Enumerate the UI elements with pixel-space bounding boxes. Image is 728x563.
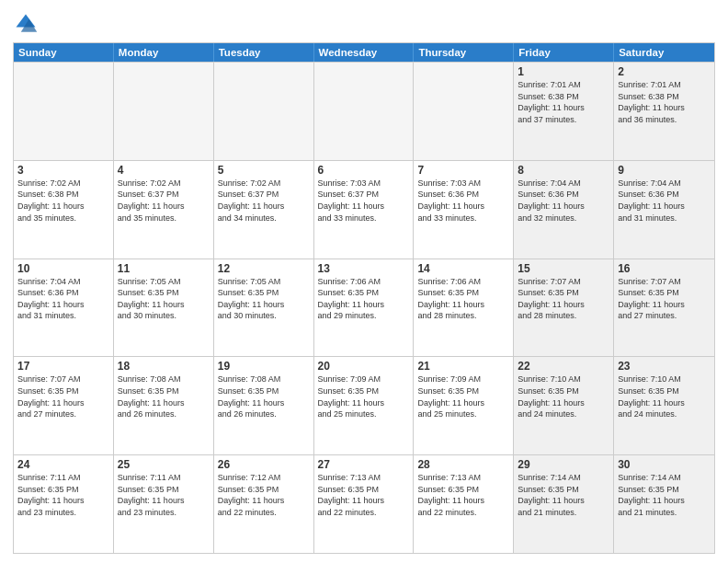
day-info: Sunrise: 7:08 AM Sunset: 6:35 PM Dayligh…	[118, 373, 210, 419]
calendar-row: 17Sunrise: 7:07 AM Sunset: 6:35 PM Dayli…	[14, 356, 714, 454]
day-number: 3	[17, 164, 109, 177]
day-number: 14	[417, 262, 509, 275]
day-info: Sunrise: 7:07 AM Sunset: 6:35 PM Dayligh…	[618, 276, 711, 322]
day-info: Sunrise: 7:13 AM Sunset: 6:35 PM Dayligh…	[417, 472, 509, 518]
day-info: Sunrise: 7:10 AM Sunset: 6:35 PM Dayligh…	[518, 373, 609, 419]
day-info: Sunrise: 7:10 AM Sunset: 6:35 PM Dayligh…	[618, 373, 711, 419]
day-number: 21	[417, 360, 509, 373]
calendar-cell: 12Sunrise: 7:05 AM Sunset: 6:35 PM Dayli…	[214, 259, 314, 357]
day-number: 9	[618, 164, 711, 177]
weekday-header: Friday	[514, 43, 614, 62]
calendar-cell: 11Sunrise: 7:05 AM Sunset: 6:35 PM Dayli…	[114, 259, 214, 357]
header	[13, 11, 715, 37]
day-number: 30	[618, 458, 711, 471]
day-number: 15	[518, 262, 609, 275]
day-number: 17	[17, 360, 109, 373]
day-info: Sunrise: 7:05 AM Sunset: 6:35 PM Dayligh…	[218, 276, 310, 322]
calendar-body: 1Sunrise: 7:01 AM Sunset: 6:38 PM Daylig…	[14, 62, 714, 553]
weekday-header: Sunday	[14, 43, 114, 62]
calendar-cell: 17Sunrise: 7:07 AM Sunset: 6:35 PM Dayli…	[14, 357, 114, 454]
day-number: 16	[618, 262, 711, 275]
day-number: 26	[218, 458, 310, 471]
calendar-cell: 10Sunrise: 7:04 AM Sunset: 6:36 PM Dayli…	[14, 259, 114, 357]
calendar-cell	[214, 63, 314, 160]
day-number: 10	[17, 262, 109, 275]
calendar-cell: 18Sunrise: 7:08 AM Sunset: 6:35 PM Dayli…	[114, 357, 214, 454]
day-info: Sunrise: 7:07 AM Sunset: 6:35 PM Dayligh…	[518, 276, 609, 322]
calendar-row: 10Sunrise: 7:04 AM Sunset: 6:36 PM Dayli…	[14, 259, 714, 357]
day-info: Sunrise: 7:06 AM Sunset: 6:35 PM Dayligh…	[417, 276, 509, 322]
calendar-cell: 13Sunrise: 7:06 AM Sunset: 6:35 PM Dayli…	[314, 259, 415, 357]
logo-icon	[13, 11, 39, 37]
calendar-cell: 5Sunrise: 7:02 AM Sunset: 6:37 PM Daylig…	[214, 161, 314, 259]
day-number: 7	[417, 164, 509, 177]
day-info: Sunrise: 7:06 AM Sunset: 6:35 PM Dayligh…	[318, 276, 410, 322]
day-info: Sunrise: 7:09 AM Sunset: 6:35 PM Dayligh…	[318, 373, 410, 419]
calendar-cell: 26Sunrise: 7:12 AM Sunset: 6:35 PM Dayli…	[214, 455, 314, 553]
day-number: 2	[618, 65, 711, 78]
day-number: 23	[618, 360, 711, 373]
calendar-row: 24Sunrise: 7:11 AM Sunset: 6:35 PM Dayli…	[14, 454, 714, 553]
day-info: Sunrise: 7:04 AM Sunset: 6:36 PM Dayligh…	[17, 276, 109, 322]
day-info: Sunrise: 7:14 AM Sunset: 6:35 PM Dayligh…	[618, 472, 711, 518]
weekday-header: Monday	[114, 43, 214, 62]
weekday-header: Wednesday	[314, 43, 415, 62]
day-info: Sunrise: 7:12 AM Sunset: 6:35 PM Dayligh…	[218, 472, 310, 518]
day-info: Sunrise: 7:01 AM Sunset: 6:38 PM Dayligh…	[618, 79, 711, 125]
day-info: Sunrise: 7:04 AM Sunset: 6:36 PM Dayligh…	[618, 178, 711, 224]
day-number: 5	[218, 164, 310, 177]
page: SundayMondayTuesdayWednesdayThursdayFrid…	[0, 0, 728, 563]
day-number: 12	[218, 262, 310, 275]
calendar-header: SundayMondayTuesdayWednesdayThursdayFrid…	[14, 43, 714, 62]
calendar-cell	[14, 63, 114, 160]
day-info: Sunrise: 7:02 AM Sunset: 6:38 PM Dayligh…	[17, 178, 109, 224]
day-info: Sunrise: 7:07 AM Sunset: 6:35 PM Dayligh…	[17, 373, 109, 419]
weekday-header: Saturday	[614, 43, 714, 62]
calendar-cell: 3Sunrise: 7:02 AM Sunset: 6:38 PM Daylig…	[14, 161, 114, 259]
day-number: 18	[118, 360, 210, 373]
day-info: Sunrise: 7:11 AM Sunset: 6:35 PM Dayligh…	[118, 472, 210, 518]
calendar-cell: 21Sunrise: 7:09 AM Sunset: 6:35 PM Dayli…	[414, 357, 514, 454]
day-info: Sunrise: 7:04 AM Sunset: 6:36 PM Dayligh…	[518, 178, 609, 224]
logo	[13, 11, 42, 37]
day-number: 20	[318, 360, 410, 373]
calendar-cell: 28Sunrise: 7:13 AM Sunset: 6:35 PM Dayli…	[414, 455, 514, 553]
day-number: 13	[318, 262, 410, 275]
calendar-cell: 22Sunrise: 7:10 AM Sunset: 6:35 PM Dayli…	[514, 357, 614, 454]
day-info: Sunrise: 7:13 AM Sunset: 6:35 PM Dayligh…	[318, 472, 410, 518]
weekday-header: Tuesday	[214, 43, 314, 62]
calendar-cell: 23Sunrise: 7:10 AM Sunset: 6:35 PM Dayli…	[614, 357, 714, 454]
day-number: 29	[518, 458, 609, 471]
day-info: Sunrise: 7:05 AM Sunset: 6:35 PM Dayligh…	[118, 276, 210, 322]
day-number: 22	[518, 360, 609, 373]
calendar-cell: 25Sunrise: 7:11 AM Sunset: 6:35 PM Dayli…	[114, 455, 214, 553]
calendar-cell: 6Sunrise: 7:03 AM Sunset: 6:37 PM Daylig…	[314, 161, 415, 259]
day-info: Sunrise: 7:09 AM Sunset: 6:35 PM Dayligh…	[417, 373, 509, 419]
day-number: 28	[417, 458, 509, 471]
day-number: 4	[118, 164, 210, 177]
calendar-cell	[414, 63, 514, 160]
calendar-cell: 19Sunrise: 7:08 AM Sunset: 6:35 PM Dayli…	[214, 357, 314, 454]
calendar-cell: 8Sunrise: 7:04 AM Sunset: 6:36 PM Daylig…	[514, 161, 614, 259]
day-number: 6	[318, 164, 410, 177]
day-number: 11	[118, 262, 210, 275]
calendar-row: 1Sunrise: 7:01 AM Sunset: 6:38 PM Daylig…	[14, 62, 714, 160]
day-number: 8	[518, 164, 609, 177]
calendar-cell: 14Sunrise: 7:06 AM Sunset: 6:35 PM Dayli…	[414, 259, 514, 357]
calendar-cell: 1Sunrise: 7:01 AM Sunset: 6:38 PM Daylig…	[514, 63, 614, 160]
weekday-header: Thursday	[414, 43, 514, 62]
calendar-cell: 24Sunrise: 7:11 AM Sunset: 6:35 PM Dayli…	[14, 455, 114, 553]
calendar-cell: 15Sunrise: 7:07 AM Sunset: 6:35 PM Dayli…	[514, 259, 614, 357]
day-info: Sunrise: 7:08 AM Sunset: 6:35 PM Dayligh…	[218, 373, 310, 419]
calendar-cell: 16Sunrise: 7:07 AM Sunset: 6:35 PM Dayli…	[614, 259, 714, 357]
calendar-cell: 20Sunrise: 7:09 AM Sunset: 6:35 PM Dayli…	[314, 357, 415, 454]
day-number: 25	[118, 458, 210, 471]
day-info: Sunrise: 7:02 AM Sunset: 6:37 PM Dayligh…	[118, 178, 210, 224]
calendar-cell: 2Sunrise: 7:01 AM Sunset: 6:38 PM Daylig…	[614, 63, 714, 160]
day-number: 27	[318, 458, 410, 471]
day-number: 19	[218, 360, 310, 373]
calendar-cell: 27Sunrise: 7:13 AM Sunset: 6:35 PM Dayli…	[314, 455, 415, 553]
day-info: Sunrise: 7:01 AM Sunset: 6:38 PM Dayligh…	[518, 79, 609, 125]
calendar-cell: 29Sunrise: 7:14 AM Sunset: 6:35 PM Dayli…	[514, 455, 614, 553]
day-info: Sunrise: 7:03 AM Sunset: 6:37 PM Dayligh…	[318, 178, 410, 224]
